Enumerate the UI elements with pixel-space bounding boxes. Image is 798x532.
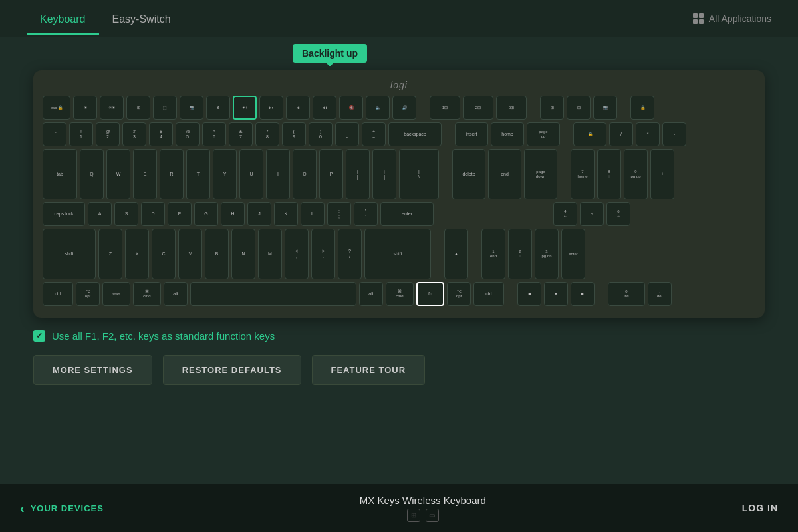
key-f8[interactable]: ⏮	[259, 96, 283, 120]
key-ralt[interactable]: alt	[359, 282, 383, 306]
key-8[interactable]: *8	[255, 122, 279, 146]
key-f2[interactable]: ☀☀	[100, 96, 124, 120]
key-3[interactable]: #3	[122, 122, 146, 146]
key-lctrl[interactable]: ctrl	[43, 282, 73, 306]
key-tilde[interactable]: ~`	[43, 122, 66, 146]
key-up[interactable]: ▲	[444, 229, 468, 279]
key-num4[interactable]: 4←	[553, 202, 577, 226]
key-x[interactable]: X	[125, 229, 149, 279]
key-f10[interactable]: ⏭	[313, 96, 336, 120]
key-minus[interactable]: _-	[335, 122, 359, 146]
key-f3[interactable]: ⊞	[126, 96, 150, 120]
key-numdot[interactable]: .del	[648, 282, 672, 306]
key-f11[interactable]: 🔇	[339, 96, 363, 120]
key-insert[interactable]: insert	[455, 122, 488, 146]
key-num-enter[interactable]: enter	[561, 229, 585, 279]
key-home[interactable]: home	[491, 122, 524, 146]
key-f1[interactable]: ☀	[73, 96, 97, 120]
key-enter[interactable]: enter	[380, 202, 434, 226]
more-settings-button[interactable]: MORE SETTINGS	[33, 355, 152, 385]
key-num8[interactable]: 8↑	[597, 149, 621, 200]
key-num-plus[interactable]: +	[650, 149, 674, 200]
key-lock[interactable]: 🔒	[630, 96, 654, 120]
key-i[interactable]: I	[266, 149, 290, 200]
key-l[interactable]: L	[301, 202, 325, 226]
key-tab[interactable]: tab	[43, 149, 77, 200]
key-g[interactable]: G	[194, 202, 218, 226]
key-start[interactable]: start	[102, 282, 130, 306]
key-q[interactable]: Q	[80, 149, 104, 200]
key-period[interactable]: >.	[311, 229, 335, 279]
key-ropt[interactable]: ⌥opt	[447, 282, 471, 306]
key-1[interactable]: !1	[69, 122, 93, 146]
key-r[interactable]: R	[160, 149, 184, 200]
key-num-asterisk[interactable]: *	[636, 122, 660, 146]
key-f13[interactable]: 🔊	[392, 96, 416, 120]
key-z[interactable]: Z	[98, 229, 122, 279]
function-keys-checkbox[interactable]: ✓	[33, 330, 45, 342]
key-backslash[interactable]: |\	[399, 149, 439, 200]
key-6[interactable]: ^6	[202, 122, 226, 146]
key-d[interactable]: D	[141, 202, 165, 226]
key-5[interactable]: %5	[176, 122, 200, 146]
log-in-button[interactable]: LOG IN	[742, 503, 778, 513]
key-dev2[interactable]: 2⊞	[463, 96, 493, 120]
key-h[interactable]: H	[221, 202, 245, 226]
key-end[interactable]: end	[488, 149, 521, 200]
key-prtsc[interactable]: 📷	[593, 96, 617, 120]
key-num6[interactable]: 6→	[606, 202, 630, 226]
key-fn[interactable]: fn	[416, 282, 444, 306]
key-0[interactable]: )0	[309, 122, 332, 146]
feature-tour-button[interactable]: FEATURE TOUR	[312, 355, 426, 385]
key-rcmd[interactable]: ⌘cmd	[386, 282, 414, 306]
key-rbrace[interactable]: }]	[372, 149, 396, 200]
key-rctrl[interactable]: ctrl	[473, 282, 504, 306]
key-v[interactable]: V	[178, 229, 202, 279]
tab-keyboard[interactable]: Keyboard	[27, 3, 99, 35]
key-num9[interactable]: 9pg up	[624, 149, 648, 200]
all-applications-button[interactable]: All Applications	[693, 13, 771, 24]
key-esc[interactable]: esc 🔒	[43, 96, 70, 120]
key-k[interactable]: K	[274, 202, 298, 226]
key-lshift[interactable]: shift	[43, 229, 96, 279]
key-num3[interactable]: 3pg dn	[535, 229, 559, 279]
key-f[interactable]: F	[168, 202, 192, 226]
key-semi[interactable]: :;	[327, 202, 351, 226]
key-9[interactable]: (9	[282, 122, 306, 146]
key-p[interactable]: P	[319, 149, 343, 200]
key-num5[interactable]: 5	[580, 202, 604, 226]
key-b[interactable]: B	[205, 229, 229, 279]
key-u[interactable]: U	[239, 149, 263, 200]
key-lbrace[interactable]: {[	[346, 149, 370, 200]
key-opt[interactable]: ⌥opt	[76, 282, 100, 306]
key-f7[interactable]: ☀↑	[233, 96, 257, 120]
key-pgup[interactable]: pageup	[527, 122, 560, 146]
key-capslock[interactable]: caps lock	[43, 202, 85, 226]
key-quote[interactable]: "'	[354, 202, 378, 226]
key-num-lock[interactable]: 🔒	[573, 122, 606, 146]
key-delete[interactable]: delete	[452, 149, 485, 200]
key-backspace[interactable]: backspace	[388, 122, 442, 146]
key-2[interactable]: @2	[96, 122, 120, 146]
key-num0[interactable]: 0ins	[608, 282, 645, 306]
key-left[interactable]: ◄	[517, 282, 541, 306]
key-num-minus[interactable]: -	[662, 122, 686, 146]
restore-defaults-button[interactable]: RESTORE DEFAULTS	[163, 355, 301, 385]
key-w[interactable]: W	[106, 149, 130, 200]
key-alt[interactable]: alt	[164, 282, 188, 306]
key-7[interactable]: &7	[229, 122, 253, 146]
key-num-slash[interactable]: /	[609, 122, 633, 146]
key-4[interactable]: $4	[149, 122, 173, 146]
key-num1[interactable]: 1end	[481, 229, 505, 279]
key-j[interactable]: J	[247, 202, 271, 226]
key-right[interactable]: ►	[571, 282, 595, 306]
key-s[interactable]: S	[114, 202, 138, 226]
key-num7[interactable]: 7home	[571, 149, 595, 200]
key-pgdn[interactable]: pagedown	[524, 149, 557, 200]
key-f6[interactable]: 🖱	[206, 96, 230, 120]
key-cmd[interactable]: ⌘cmd	[133, 282, 161, 306]
key-f5[interactable]: 📷	[180, 96, 203, 120]
key-t[interactable]: T	[186, 149, 210, 200]
key-n[interactable]: N	[231, 229, 255, 279]
key-f4[interactable]: ⬚	[153, 96, 177, 120]
